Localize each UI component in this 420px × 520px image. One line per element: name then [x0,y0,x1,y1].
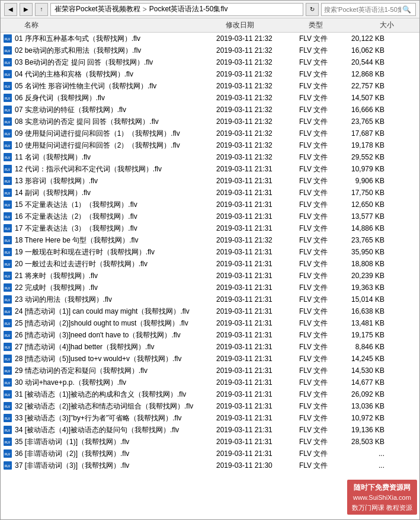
file-name: 25 [情态动词（2)]should ought to must（我帮找网）.f… [15,318,216,328]
file-name: 31 [被动语态（1)]被动态的构成和含义（我帮找网）.flv [15,390,216,400]
flv-icon: FLV [4,94,12,102]
table-row[interactable]: FLV 37 [非谓语动词（3)]（我帮找网）.flv2019-03-11 21… [1,460,419,471]
file-size: 14,677 KB [347,378,394,387]
table-row[interactable]: FLV 27 [情态动词（4)]had better（我帮找网）.flv2019… [1,341,419,353]
col-header-date[interactable]: 修改日期 [226,20,309,30]
file-type: FLV 文件 [299,164,347,174]
table-row[interactable]: FLV 32 [被动语态（2)]被动态和情态动词组合（我帮找网）.flv2019… [1,400,419,412]
flv-file-icon: FLV [3,366,12,375]
flv-icon: FLV [4,34,12,43]
svg-text:FLV: FLV [5,452,11,456]
table-row[interactable]: FLV 13 形容词（我帮找网）.flv2019-03-11 21:31FLV … [1,175,419,187]
file-size: 23,765 KB [347,236,394,244]
address-bar: ◀ ▶ ↑ 崔荣容Pocket英语视频教程 > Pocket英语语法1-50集f… [1,1,419,18]
file-size: 26,092 KB [347,390,394,398]
table-row[interactable]: FLV 10 使用疑问词进行提问和回答（2）（我帮找网）.flv2019-03-… [1,139,419,151]
col-header-name[interactable]: 名称 [12,20,226,30]
file-type: FLV 文件 [299,188,347,198]
file-name: 13 形容词（我帮找网）.flv [15,176,216,186]
file-name: 27 [情态动词（4)]had better（我帮找网）.flv [15,342,216,352]
file-name: 34 [被动语态（4)]被动语态的疑问句（我帮找网）.flv [15,425,216,435]
svg-text:FLV: FLV [5,132,11,136]
svg-text:FLV: FLV [5,334,11,337]
file-type: FLV 文件 [299,437,347,447]
table-row[interactable]: FLV 03 Be动词的否定 提问 回答（我帮找网）.flv2019-03-11… [1,56,419,68]
file-name: 11 名词（我帮找网）.flv [15,152,216,162]
table-row[interactable]: FLV 14 副词（我帮找网）.flv2019-03-11 21:31FLV 文… [1,187,419,199]
flv-file-icon: FLV [3,58,12,67]
back-button[interactable]: ◀ [4,3,17,16]
table-row[interactable]: FLV 09 使用疑问词进行提问和回答（1）（我帮找网）.flv2019-03-… [1,127,419,139]
search-input[interactable] [324,6,401,13]
file-type: FLV 文件 [299,342,347,352]
file-type: FLV 文件 [299,200,347,210]
flv-icon: FLV [4,117,12,126]
file-type: FLV 文件 [299,449,347,459]
table-row[interactable]: FLV 24 [情态动词（1)] can could may might（我帮找… [1,305,419,317]
table-row[interactable]: FLV 23 动词的用法（我帮找网）.flv2019-03-11 21:31FL… [1,294,419,305]
table-row[interactable]: FLV 21 将来时（我帮找网）.flv2019-03-11 21:31FLV … [1,270,419,282]
table-row[interactable]: FLV 25 [情态动词（2)]should ought to must（我帮找… [1,317,419,329]
table-row[interactable]: FLV 33 [被动语态（3)]"by+行为者"可省略（我帮找网）.flv201… [1,412,419,424]
file-date: 2019-03-11 21:32 [216,34,299,43]
breadcrumb[interactable]: 崔荣容Pocket英语视频教程 > Pocket英语语法1-50集flv [50,3,303,16]
table-row[interactable]: FLV 18 There Here be 句型（我帮找网）.flv2019-03… [1,234,419,246]
file-size: 20,239 KB [347,272,394,280]
table-row[interactable]: FLV 11 名词（我帮找网）.flv2019-03-11 21:32FLV 文… [1,151,419,163]
up-button[interactable]: ↑ [35,3,48,16]
file-type: FLV 文件 [299,378,347,388]
flv-icon: FLV [4,378,12,387]
file-name: 36 [非谓语动词（2)]（我帮找网）.flv [15,449,216,459]
search-bar[interactable]: 🔍 [321,3,416,16]
table-row[interactable]: FLV 01 序序和五种基本句式（我帮找网）.flv2019-03-11 21:… [1,33,419,44]
file-size: 19,136 KB [347,426,394,434]
flv-icon: FLV [4,331,12,339]
table-row[interactable]: FLV 22 完成时（我帮找网）.flv2019-03-11 21:31FLV … [1,282,419,294]
col-header-size[interactable]: 大小 [356,20,403,30]
file-name: 09 使用疑问词进行提问和回答（1）（我帮找网）.flv [15,129,216,139]
svg-text:FLV: FLV [5,275,11,278]
flv-file-icon: FLV [3,235,12,245]
table-row[interactable]: FLV 04 代词的主格和宾格（我帮找网）.flv2019-03-11 21:3… [1,68,419,80]
table-row[interactable]: FLV 02 be动词的形式和用法（我帮找网）.flv2019-03-11 21… [1,44,419,56]
flv-icon: FLV [4,283,12,292]
table-row[interactable]: FLV 36 [非谓语动词（2)]（我帮找网）.flv2019-03-11 21… [1,448,419,460]
file-name: 08 实意动词的否定 提问 回答（我帮找网）.flv [15,117,216,127]
table-row[interactable]: FLV 08 实意动词的否定 提问 回答（我帮找网）.flv2019-03-11… [1,116,419,127]
table-row[interactable]: FLV 31 [被动语态（1)]被动态的构成和含义（我帮找网）.flv2019-… [1,388,419,400]
table-row[interactable]: FLV 30 动词+have+p.p.（我帮找网）.flv2019-03-11 … [1,377,419,388]
table-row[interactable]: FLV 17 不定量表达法（3）（我帮找网）.flv2019-03-11 21:… [1,222,419,234]
flv-icon: FLV [4,165,12,173]
table-row[interactable]: FLV 15 不定量表达法（1）（我帮找网）.flv2019-03-11 21:… [1,199,419,210]
flv-file-icon: FLV [3,105,12,114]
svg-text:FLV: FLV [5,429,11,432]
file-size: 14,886 KB [347,224,394,232]
svg-text:FLV: FLV [5,109,11,112]
table-row[interactable]: FLV 26 [情态动词（3)]need don't have to（我帮找网）… [1,329,419,341]
table-row[interactable]: FLV 34 [被动语态（4)]被动语态的疑问句（我帮找网）.flv2019-0… [1,424,419,436]
table-row[interactable]: FLV 07 实意动词的特征（我帮找网）.flv2019-03-11 21:32… [1,104,419,116]
flv-file-icon: FLV [3,141,12,150]
refresh-button[interactable]: ↻ [306,3,319,16]
file-size: 29,552 KB [347,153,394,161]
forward-button[interactable]: ▶ [20,3,33,16]
file-size: 10,972 KB [347,414,394,422]
table-row[interactable]: FLV 16 不定量表达法（2）（我帮找网）.flv2019-03-11 21:… [1,210,419,222]
table-row[interactable]: FLV 06 反身代词（我帮找网）.flv2019-03-11 21:32FLV… [1,92,419,104]
table-row[interactable]: FLV 05 名词性 形容词性物主代词（我帮找网）.flv2019-03-11 … [1,80,419,92]
file-date: 2019-03-11 21:31 [216,248,299,256]
table-row[interactable]: FLV 19 一般现在时和现在进行时（我帮找网）.flv2019-03-11 2… [1,246,419,258]
svg-text:FLV: FLV [5,168,11,171]
table-row[interactable]: FLV 29 情态动词的否定和疑问（我帮找网）.flv2019-03-11 21… [1,365,419,377]
svg-text:FLV: FLV [5,239,11,243]
col-header-type[interactable]: 类型 [309,20,356,30]
flv-icon: FLV [4,307,12,315]
table-row[interactable]: FLV 35 [非谓语动词（1)]（我帮找网）.flv2019-03-11 21… [1,436,419,448]
table-row[interactable]: FLV 28 [情态动词（5)]used to+v would+v（我帮找网）.… [1,353,419,365]
breadcrumb-part2: Pocket英语语法1-50集flv [149,4,228,14]
table-row[interactable]: FLV 12 代词：指示代词和不定代词（我帮找网）.flv2019-03-11 … [1,163,419,175]
table-row[interactable]: FLV 20 一般过去和过去进行时（我帮找网）.flv2019-03-11 21… [1,258,419,270]
flv-file-icon: FLV [3,425,12,435]
file-type: FLV 文件 [299,176,347,186]
file-date: 2019-03-11 21:31 [216,165,299,173]
